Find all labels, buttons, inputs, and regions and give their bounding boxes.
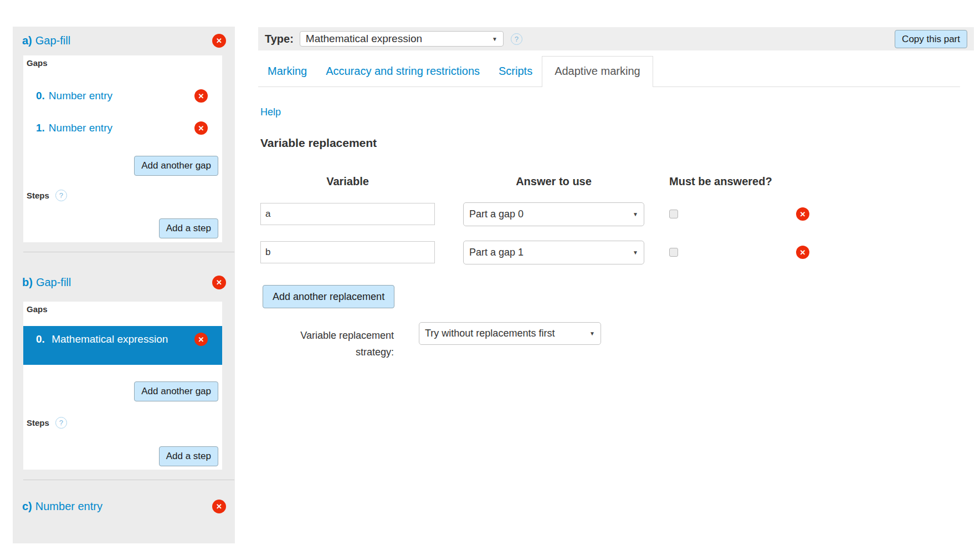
- chevron-down-icon: ▼: [492, 36, 497, 42]
- sidebar-part-a[interactable]: a) Gap-fill ✕: [22, 33, 226, 48]
- delete-part-icon[interactable]: ✕: [212, 34, 226, 48]
- steps-label: Steps: [27, 418, 49, 427]
- strategy-label-line1: Variable replacement: [260, 327, 394, 344]
- answer-to-use-value: Part a gap 1: [469, 247, 524, 258]
- delete-replacement-icon[interactable]: ✕: [796, 207, 809, 221]
- help-icon[interactable]: ?: [55, 417, 67, 429]
- variable-name-input[interactable]: [260, 241, 435, 263]
- variable-name-input[interactable]: [260, 203, 435, 225]
- part-type-select[interactable]: Mathematical expression ▼: [300, 31, 504, 47]
- sidebar-part-b[interactable]: b) Gap-fill ✕: [22, 275, 226, 289]
- part-type-label[interactable]: Number entry: [35, 500, 102, 513]
- steps-label: Steps: [27, 191, 49, 200]
- gap-item[interactable]: 0. Number entry ✕: [23, 89, 222, 103]
- strategy-select[interactable]: Try without replacements first ▼: [419, 322, 601, 345]
- help-icon[interactable]: ?: [55, 190, 67, 201]
- chevron-down-icon: ▼: [633, 250, 638, 256]
- delete-gap-icon[interactable]: ✕: [194, 333, 208, 346]
- divider: [23, 252, 234, 252]
- table-header-row: Variable Answer to use Must be answered?: [260, 175, 809, 188]
- copy-part-button[interactable]: Copy this part: [895, 30, 967, 48]
- delete-gap-icon[interactable]: ✕: [194, 89, 208, 103]
- part-b-panel: Gaps 0. Mathematical expression ✕ Add an…: [23, 302, 222, 470]
- chevron-down-icon: ▼: [633, 211, 638, 217]
- gaps-label: Gaps: [23, 302, 222, 313]
- column-header-must-be-answered: Must be answered?: [669, 175, 796, 188]
- delete-part-icon[interactable]: ✕: [212, 500, 226, 513]
- tab-adaptive-marking[interactable]: Adaptive marking: [542, 56, 653, 87]
- tab-accuracy-and-string-restrictions[interactable]: Accuracy and string restrictions: [316, 57, 489, 86]
- gap-type-label[interactable]: Number entry: [49, 122, 112, 134]
- delete-part-icon[interactable]: ✕: [212, 276, 226, 289]
- parts-sidebar: a) Gap-fill ✕ Gaps 0. Number entry ✕ 1. …: [13, 27, 235, 543]
- divider: [23, 480, 234, 480]
- strategy-row: Variable replacement strategy: Try witho…: [260, 322, 601, 360]
- part-type-label[interactable]: Gap-fill: [36, 276, 71, 289]
- part-a-panel: Gaps 0. Number entry ✕ 1. Number entry ✕…: [23, 55, 222, 242]
- help-icon[interactable]: ?: [511, 33, 522, 45]
- delete-replacement-icon[interactable]: ✕: [796, 246, 809, 259]
- section-title: Variable replacement: [260, 136, 377, 150]
- column-header-variable: Variable: [260, 175, 435, 188]
- add-step-button[interactable]: Add a step: [159, 218, 218, 238]
- part-letter: a): [22, 34, 32, 47]
- steps-row: Steps ?: [27, 417, 222, 429]
- tab-scripts[interactable]: Scripts: [489, 57, 542, 86]
- gap-index: 0.: [36, 333, 45, 345]
- gaps-label: Gaps: [23, 55, 222, 67]
- answer-to-use-select[interactable]: Part a gap 1 ▼: [463, 241, 644, 264]
- gap-index: 0.: [36, 90, 45, 102]
- add-step-button[interactable]: Add a step: [159, 446, 218, 466]
- part-letter: b): [22, 276, 33, 289]
- steps-row: Steps ?: [27, 190, 222, 201]
- chevron-down-icon: ▼: [589, 330, 595, 337]
- gap-type-label[interactable]: Number entry: [49, 90, 112, 102]
- delete-gap-icon[interactable]: ✕: [194, 121, 208, 135]
- part-type-value: Mathematical expression: [306, 33, 422, 45]
- add-gap-button[interactable]: Add another gap: [134, 381, 218, 401]
- add-gap-button[interactable]: Add another gap: [134, 156, 218, 176]
- answer-to-use-select[interactable]: Part a gap 0 ▼: [463, 202, 644, 226]
- gap-text: 0. Mathematical expression: [36, 330, 169, 348]
- gap-type-label[interactable]: Mathematical expression: [52, 333, 168, 345]
- table-row: Part a gap 1 ▼ ✕: [260, 240, 809, 264]
- table-row: Part a gap 0 ▼ ✕: [260, 202, 809, 226]
- strategy-value: Try without replacements first: [425, 328, 555, 339]
- strategy-label: Variable replacement strategy:: [260, 322, 394, 360]
- type-label: Type:: [265, 33, 294, 45]
- sidebar-part-c[interactable]: c) Number entry ✕: [22, 499, 226, 513]
- part-tabs: Marking Accuracy and string restrictions…: [258, 50, 960, 87]
- part-letter: c): [22, 500, 32, 513]
- column-header-answer: Answer to use: [463, 175, 644, 188]
- answer-to-use-value: Part a gap 0: [469, 208, 524, 220]
- part-editor: Type: Mathematical expression ▼ ? Copy t…: [258, 27, 974, 554]
- gap-index: 1.: [36, 122, 45, 134]
- help-link[interactable]: Help: [260, 106, 281, 118]
- variable-replacement-table: Variable Answer to use Must be answered?…: [260, 175, 809, 264]
- part-type-bar: Type: Mathematical expression ▼ ? Copy t…: [258, 27, 974, 50]
- must-be-answered-checkbox[interactable]: [669, 248, 678, 257]
- strategy-label-line2: strategy:: [260, 344, 394, 360]
- add-replacement-button[interactable]: Add another replacement: [263, 285, 394, 308]
- gap-item[interactable]: 1. Number entry ✕: [23, 121, 222, 135]
- part-type-label[interactable]: Gap-fill: [35, 34, 70, 47]
- must-be-answered-checkbox[interactable]: [669, 210, 678, 218]
- tab-marking[interactable]: Marking: [258, 57, 316, 86]
- gap-item-selected[interactable]: 0. Mathematical expression ✕: [23, 326, 222, 365]
